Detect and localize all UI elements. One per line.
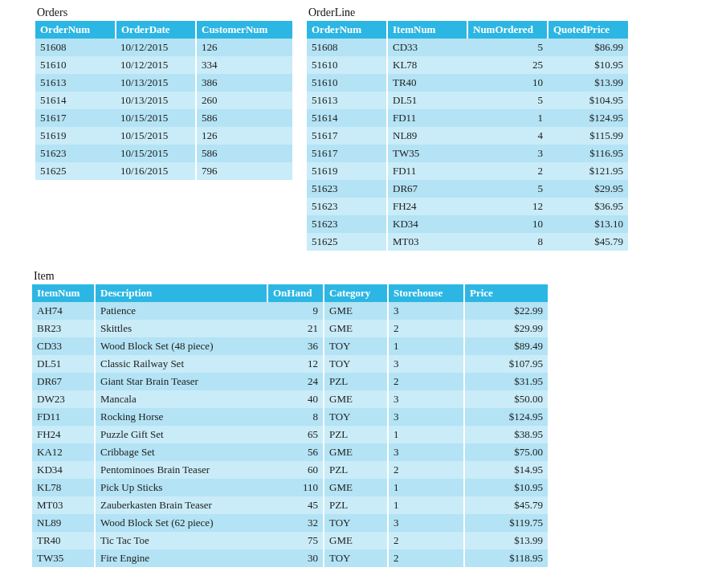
table-row: 51614FD111$124.95 bbox=[307, 109, 628, 127]
table-row: 5161010/12/2015334 bbox=[35, 56, 292, 74]
cell-ordernum: 51625 bbox=[35, 162, 116, 180]
table-row: 51610TR4010$13.99 bbox=[307, 74, 628, 92]
cell-category: GME bbox=[324, 320, 388, 337]
cell-itemnum: DR67 bbox=[387, 180, 467, 198]
item-title: Item bbox=[34, 270, 726, 283]
table-row: DW23Mancala40GME3$50.00 bbox=[32, 390, 548, 408]
cell-ordernum: 51614 bbox=[35, 92, 116, 109]
cell-onhand: 24 bbox=[267, 373, 324, 390]
cell-storehouse: 3 bbox=[388, 514, 464, 532]
cell-storehouse: 3 bbox=[388, 408, 464, 426]
cell-onhand: 110 bbox=[267, 479, 324, 496]
cell-price: $118.95 bbox=[464, 549, 548, 567]
table-row: 5161910/15/2015126 bbox=[35, 127, 292, 145]
cell-category: TOY bbox=[324, 337, 388, 355]
cell-ordernum: 51613 bbox=[35, 74, 116, 92]
table-row: AH74Patience9GME3$22.99 bbox=[32, 302, 548, 320]
cell-quotedprice: $104.95 bbox=[548, 92, 628, 109]
orderline-title: OrderLine bbox=[308, 6, 628, 19]
cell-storehouse: 2 bbox=[388, 461, 464, 479]
orders-section: Orders OrderNum OrderDate CustomerNum 51… bbox=[35, 6, 292, 180]
cell-description: Giant Star Brain Teaser bbox=[95, 373, 267, 390]
orders-table: OrderNum OrderDate CustomerNum 5160810/1… bbox=[35, 21, 292, 180]
cell-itemnum: KD34 bbox=[387, 215, 467, 233]
cell-description: Puzzle Gift Set bbox=[95, 426, 267, 443]
item-header-category: Category bbox=[324, 284, 388, 302]
cell-storehouse: 2 bbox=[388, 549, 464, 567]
item-header-storehouse: Storehouse bbox=[388, 284, 464, 302]
item-table: ItemNum Description OnHand Category Stor… bbox=[32, 284, 548, 567]
table-row: KA12Cribbage Set56GME3$75.00 bbox=[32, 443, 548, 461]
cell-price: $50.00 bbox=[464, 390, 548, 408]
table-row: 51619FD112$121.95 bbox=[307, 162, 628, 180]
orderline-header-itemnum: ItemNum bbox=[387, 21, 467, 39]
cell-itemnum: DR67 bbox=[32, 373, 95, 390]
table-row: FH24Puzzle Gift Set65PZL1$38.95 bbox=[32, 426, 548, 443]
cell-storehouse: 3 bbox=[388, 390, 464, 408]
table-row: 5161310/13/2015386 bbox=[35, 74, 292, 92]
cell-customernum: 586 bbox=[196, 145, 292, 162]
cell-customernum: 126 bbox=[196, 39, 292, 56]
cell-ordernum: 51623 bbox=[307, 215, 387, 233]
cell-itemnum: CD33 bbox=[32, 337, 95, 355]
cell-ordernum: 51610 bbox=[307, 56, 387, 74]
cell-onhand: 21 bbox=[267, 320, 324, 337]
cell-numordered: 10 bbox=[467, 215, 548, 233]
cell-price: $14.95 bbox=[464, 461, 548, 479]
orderline-section: OrderLine OrderNum ItemNum NumOrdered Qu… bbox=[307, 6, 628, 251]
cell-onhand: 40 bbox=[267, 390, 324, 408]
cell-ordernum: 51617 bbox=[307, 127, 387, 145]
cell-onhand: 36 bbox=[267, 337, 324, 355]
cell-price: $89.49 bbox=[464, 337, 548, 355]
cell-itemnum: MT03 bbox=[387, 233, 467, 251]
cell-description: Pick Up Sticks bbox=[95, 479, 267, 496]
cell-itemnum: MT03 bbox=[32, 496, 95, 514]
cell-price: $31.95 bbox=[464, 373, 548, 390]
cell-itemnum: BR23 bbox=[32, 320, 95, 337]
cell-price: $119.75 bbox=[464, 514, 548, 532]
cell-ordernum: 51608 bbox=[307, 39, 387, 56]
cell-customernum: 260 bbox=[196, 92, 292, 109]
table-row: 5162310/15/2015586 bbox=[35, 145, 292, 162]
cell-description: Mancala bbox=[95, 390, 267, 408]
cell-numordered: 5 bbox=[467, 92, 548, 109]
cell-ordernum: 51617 bbox=[307, 145, 387, 162]
table-row: 51610KL7825$10.95 bbox=[307, 56, 628, 74]
cell-numordered: 3 bbox=[467, 145, 548, 162]
cell-description: Zauberkasten Brain Teaser bbox=[95, 496, 267, 514]
table-row: 51625MT038$45.79 bbox=[307, 233, 628, 251]
table-row: 51608CD335$86.99 bbox=[307, 39, 628, 56]
cell-customernum: 334 bbox=[196, 56, 292, 74]
cell-numordered: 4 bbox=[467, 127, 548, 145]
cell-description: Fire Engine bbox=[95, 549, 267, 567]
cell-category: PZL bbox=[324, 373, 388, 390]
orders-header-customernum: CustomerNum bbox=[196, 21, 292, 39]
cell-onhand: 32 bbox=[267, 514, 324, 532]
cell-price: $107.95 bbox=[464, 355, 548, 373]
table-row: NL89Wood Block Set (62 piece)32TOY3$119.… bbox=[32, 514, 548, 532]
cell-description: Patience bbox=[95, 302, 267, 320]
cell-category: GME bbox=[324, 479, 388, 496]
cell-ordernum: 51613 bbox=[307, 92, 387, 109]
cell-itemnum: DL51 bbox=[32, 355, 95, 373]
table-row: KD34Pentominoes Brain Teaser60PZL2$14.95 bbox=[32, 461, 548, 479]
cell-storehouse: 2 bbox=[388, 373, 464, 390]
cell-numordered: 5 bbox=[467, 180, 548, 198]
cell-description: Classic Railway Set bbox=[95, 355, 267, 373]
table-row: 51623DR675$29.95 bbox=[307, 180, 628, 198]
cell-onhand: 12 bbox=[267, 355, 324, 373]
cell-itemnum: NL89 bbox=[387, 127, 467, 145]
cell-category: TOY bbox=[324, 514, 388, 532]
cell-category: GME bbox=[324, 390, 388, 408]
cell-itemnum: TW35 bbox=[32, 549, 95, 567]
cell-price: $38.95 bbox=[464, 426, 548, 443]
cell-description: Wood Block Set (62 piece) bbox=[95, 514, 267, 532]
cell-itemnum: CD33 bbox=[387, 39, 467, 56]
cell-itemnum: TW35 bbox=[387, 145, 467, 162]
cell-storehouse: 3 bbox=[388, 302, 464, 320]
cell-storehouse: 1 bbox=[388, 479, 464, 496]
cell-storehouse: 1 bbox=[388, 496, 464, 514]
cell-storehouse: 3 bbox=[388, 443, 464, 461]
cell-customernum: 386 bbox=[196, 74, 292, 92]
item-header-price: Price bbox=[464, 284, 548, 302]
